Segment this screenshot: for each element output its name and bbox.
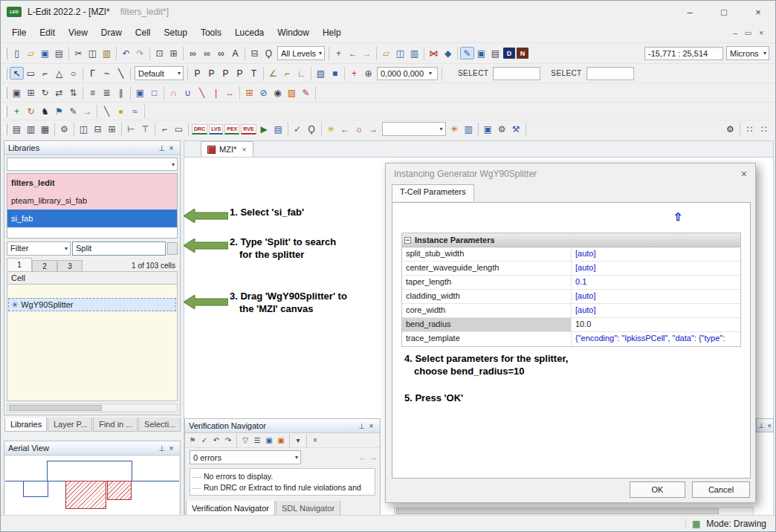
rect-tool-icon[interactable]: ▭ (24, 67, 38, 80)
toolbar-grip[interactable] (4, 106, 7, 117)
menu-cell[interactable]: Cell (129, 25, 158, 41)
redo-icon[interactable]: ↷ (133, 47, 147, 59)
save-tcell-icon[interactable]: ▣ (474, 47, 488, 59)
tcell-stack-icon[interactable]: ▤ (488, 47, 502, 59)
flag-icon[interactable]: ⚑ (52, 105, 66, 117)
distribute-icon[interactable]: ∥ (114, 86, 128, 99)
instance-icon[interactable]: ▣ (10, 86, 24, 99)
library-item-si_fab[interactable]: si_fab (7, 210, 177, 227)
open-cell-icon[interactable]: ▱ (379, 47, 393, 59)
drc-badge[interactable]: DRC (192, 124, 207, 134)
error-marker-icon[interactable]: ☼ (352, 123, 366, 135)
tcell-n-icon[interactable]: N (517, 48, 528, 59)
place-instance-icon[interactable]: + (10, 105, 24, 117)
layer-blue-icon[interactable]: ▣ (263, 435, 275, 446)
undo-icon[interactable]: ↶ (210, 435, 222, 446)
minimize-button[interactable]: – (673, 1, 707, 23)
pin-icon[interactable]: ⊥ (157, 144, 166, 152)
parameter-row-center_waveguide_length[interactable]: center_waveguide_length[auto] (402, 262, 740, 276)
library-item-pteam_library_si_fab[interactable]: pteam_library_si_fab (7, 192, 177, 210)
polygon45-tool-icon[interactable]: △ (52, 67, 66, 80)
rotate-icon[interactable]: ↻ (38, 86, 52, 99)
next-result-icon[interactable]: → (369, 453, 377, 461)
units-combo[interactable]: Microns▾ (726, 46, 769, 60)
overflow-dots-a-icon[interactable]: ∷ (743, 123, 757, 135)
parameter-row-bend_radius[interactable]: bend_radius10.0 (402, 318, 740, 332)
filter-options-button[interactable] (167, 242, 178, 255)
run-verification-icon[interactable]: ▶ (257, 123, 271, 135)
parameter-group-header[interactable]: − Instance Parameters (402, 233, 740, 247)
redo-icon[interactable]: ↷ (222, 435, 234, 446)
probe-icon[interactable]: ╲ (100, 105, 114, 117)
select-tool-icon[interactable]: ↖ (10, 67, 24, 80)
find-next-icon[interactable]: ∞ (200, 47, 214, 59)
ruler-v-icon[interactable]: ∟ (294, 67, 308, 80)
layer-palette-icon[interactable]: ▧ (314, 67, 328, 80)
scroll-thumb[interactable] (396, 508, 719, 514)
overflow-gear-icon[interactable]: ⚙ (723, 123, 737, 135)
dock-tab-layer-p-[interactable]: Layer P... (48, 418, 92, 432)
ungroup-icon[interactable]: □ (147, 86, 161, 99)
clear-icon[interactable]: × (309, 435, 321, 446)
cell-list-hscrollbar[interactable] (7, 403, 178, 412)
parameter-value[interactable]: [auto] (572, 304, 740, 317)
label-tool-icon[interactable]: T (247, 67, 261, 80)
parameter-value[interactable]: [auto] (572, 290, 740, 303)
tcell-d-icon[interactable]: D (503, 48, 515, 59)
prev-result-icon[interactable]: ← (359, 453, 366, 461)
close-panel-icon[interactable]: × (166, 144, 176, 152)
h-align-icon[interactable]: ⊢ (124, 123, 138, 135)
align-center-icon[interactable]: ≣ (100, 86, 114, 99)
wire-width-combo[interactable]: Default▾ (135, 66, 184, 80)
port-1-icon[interactable]: P (190, 67, 204, 80)
align-left-icon[interactable]: ≡ (85, 86, 100, 99)
aerial-view-canvas[interactable] (5, 456, 179, 515)
error-filter-combo[interactable]: ▾ (382, 122, 446, 136)
tab-close-icon[interactable]: × (242, 145, 246, 154)
verification-tab-1[interactable]: Verification Navigator (186, 501, 275, 516)
boolean-subtract-icon[interactable]: ╲ (195, 86, 209, 99)
frame-b-icon[interactable]: ▭ (172, 123, 186, 135)
port-3-icon[interactable]: P (219, 67, 233, 80)
collapse-icon[interactable]: − (404, 237, 411, 244)
cell-item-WgY90Splitter[interactable]: ✳WgY90Splitter (8, 298, 176, 311)
verification-tab-2[interactable]: SDL Navigator (276, 501, 340, 516)
active-layer-icon[interactable]: ■ (328, 67, 342, 80)
go-to-parent-icon[interactable]: ⇧ (673, 210, 683, 224)
dock-tab-libraries[interactable]: Libraries (4, 418, 47, 432)
new-icon[interactable]: ▯ (10, 47, 24, 59)
menu-luceda[interactable]: Luceda (228, 25, 271, 41)
pin-icon[interactable]: ⊥ (758, 422, 764, 429)
menu-draw[interactable]: Draw (94, 25, 129, 41)
group-icon[interactable]: ▣ (133, 86, 147, 99)
merge-icon[interactable]: ⋈ (427, 47, 441, 59)
pin-icon[interactable]: ⊥ (157, 444, 166, 452)
undo-icon[interactable]: ↶ (119, 47, 133, 59)
find-prev-icon[interactable]: ∞ (214, 47, 228, 59)
port-4-icon[interactable]: P (233, 67, 247, 80)
parameter-value[interactable]: [auto] (572, 247, 740, 261)
toolbar-grip[interactable] (4, 48, 7, 59)
origin-icon[interactable]: + (347, 67, 361, 80)
list-icon[interactable]: ☰ (251, 435, 263, 446)
chart-icon[interactable]: ▥ (462, 123, 476, 135)
tab-tcell-parameters[interactable]: T-Cell Parameters (392, 184, 474, 201)
close-panel-icon[interactable]: × (166, 444, 176, 452)
hierarchy-icon[interactable]: ⊟ (248, 47, 262, 59)
boolean-and-icon[interactable]: ∩ (166, 86, 181, 99)
wire-90-icon[interactable]: Γ (85, 67, 100, 80)
page-tab-1[interactable]: 1 (7, 258, 32, 271)
xor-icon[interactable]: ◆ (441, 47, 455, 59)
dock-list-icon[interactable]: ▥ (24, 123, 38, 135)
parameter-row-trace_template[interactable]: trace_template{"encoding": "IpkissPCell"… (402, 332, 740, 346)
dialog-close-icon[interactable]: × (741, 168, 747, 180)
next-error-icon[interactable]: → (366, 123, 381, 135)
view-merge-icon[interactable]: ⊞ (105, 123, 119, 135)
flip-h-icon[interactable]: ⇄ (52, 86, 66, 99)
parameter-value[interactable]: [auto] (572, 262, 740, 275)
luceda-bird-icon[interactable]: ♞ (38, 105, 52, 117)
window-tile-icon[interactable]: ▣ (481, 123, 495, 135)
snap-grid-icon[interactable]: ⊕ (361, 67, 375, 80)
tools-wrench-icon[interactable]: ⚒ (509, 123, 523, 135)
rotate-cw-icon[interactable]: ↻ (24, 105, 38, 117)
